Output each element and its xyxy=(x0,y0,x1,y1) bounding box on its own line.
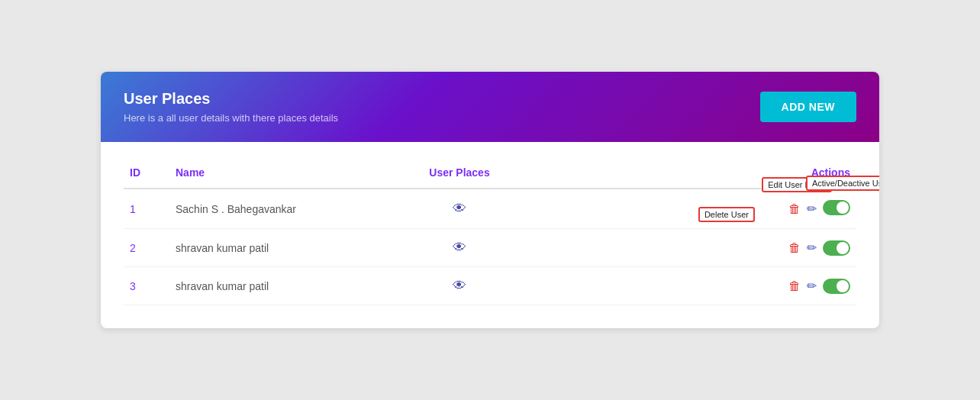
active-toggle[interactable] xyxy=(823,200,850,215)
row-places: 👁 xyxy=(414,189,505,229)
edit-user-icon[interactable]: ✏ xyxy=(807,202,817,215)
col-user-places: User Places xyxy=(414,157,505,189)
action-icons-group: 🗑Delete User✏Edit User PlaceActive/Deact… xyxy=(511,200,850,218)
delete-user-icon[interactable]: 🗑 xyxy=(788,279,801,293)
add-new-button[interactable]: ADD NEW xyxy=(760,92,856,122)
row-name: shravan kumar patil xyxy=(169,229,414,267)
col-name: Name xyxy=(169,157,414,189)
main-card: User Places Here is a all user details w… xyxy=(101,72,879,328)
edit-user-icon[interactable]: ✏ xyxy=(807,240,817,255)
view-places-icon[interactable]: 👁 xyxy=(453,278,466,293)
action-icons-group: 🗑✏ xyxy=(511,240,850,256)
active-toggle[interactable] xyxy=(823,279,850,294)
delete-user-icon[interactable]: 🗑 xyxy=(788,241,801,255)
view-places-icon[interactable]: 👁 xyxy=(453,240,466,255)
toggle-wrapper: Active/Deactive User xyxy=(823,200,850,218)
row-actions: 🗑✏ xyxy=(505,267,856,305)
table-row: 2shravan kumar patil👁🗑✏ xyxy=(124,229,856,267)
view-places-icon[interactable]: 👁 xyxy=(453,201,466,216)
row-places: 👁 xyxy=(414,267,505,305)
delete-user-tooltip: Delete User xyxy=(698,207,755,222)
row-actions: 🗑Delete User✏Edit User PlaceActive/Deact… xyxy=(505,189,856,229)
row-places: 👁 xyxy=(414,229,505,267)
row-name: Sachin S . Bahegavankar xyxy=(169,189,414,229)
table-header-row: ID Name User Places Actions xyxy=(124,157,856,189)
action-icons-group: 🗑✏ xyxy=(511,279,850,294)
page-title: User Places xyxy=(124,90,338,108)
table-row: 1Sachin S . Bahegavankar👁🗑Delete User✏Ed… xyxy=(124,189,856,229)
delete-wrapper: 🗑Delete User xyxy=(788,202,801,216)
card-body: ID Name User Places Actions 1Sachin S . … xyxy=(101,142,879,328)
delete-user-icon[interactable]: 🗑 xyxy=(788,202,801,215)
row-id: 1 xyxy=(124,189,169,229)
user-places-table: ID Name User Places Actions 1Sachin S . … xyxy=(124,157,856,305)
table-row: 3shravan kumar patil👁🗑✏ xyxy=(124,267,856,305)
row-id: 2 xyxy=(124,229,169,267)
edit-wrapper: ✏Edit User Place xyxy=(807,202,817,216)
edit-user-icon[interactable]: ✏ xyxy=(807,279,817,293)
col-actions: Actions xyxy=(505,157,856,189)
header-text: User Places Here is a all user details w… xyxy=(124,90,338,124)
row-actions: 🗑✏ xyxy=(505,229,856,267)
col-id: ID xyxy=(124,157,169,189)
card-header: User Places Here is a all user details w… xyxy=(101,72,879,142)
row-name: shravan kumar patil xyxy=(169,267,414,305)
page-subtitle: Here is a all user details with there pl… xyxy=(124,112,338,124)
row-id: 3 xyxy=(124,267,169,305)
active-toggle[interactable] xyxy=(823,240,850,256)
